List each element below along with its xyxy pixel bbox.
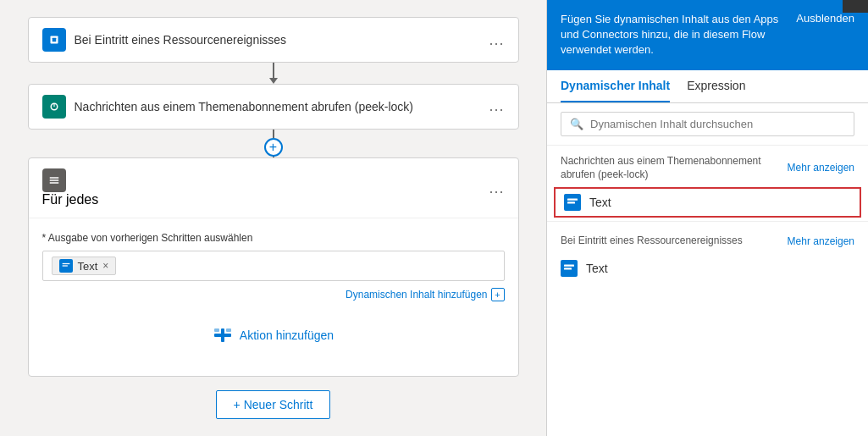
section1-title: Nachrichten aus einem Themenabonnement a… — [561, 154, 788, 183]
dynamic-item-text-highlighted[interactable]: Text — [554, 187, 861, 218]
add-action-button[interactable]: Aktion hinzufügen — [213, 325, 334, 345]
dynamic-plus-icon: + — [491, 288, 505, 301]
new-step-container: + Neuer Schritt — [216, 390, 331, 419]
svg-rect-14 — [567, 201, 575, 203]
card-resource-event: Bei Eintritt eines Ressourcenereignisses… — [28, 17, 519, 63]
svg-rect-16 — [564, 268, 572, 269]
svg-rect-7 — [62, 263, 69, 264]
plus-connector: + — [264, 130, 283, 157]
svg-rect-1 — [52, 38, 56, 42]
tag-input-field[interactable]: Text × — [42, 251, 505, 281]
dynamic-content-panel: Fügen Sie dynamischen Inhalt aus den App… — [546, 0, 868, 436]
foreach-title: Für jedes — [42, 192, 99, 207]
add-action-label: Aktion hinzufügen — [240, 328, 334, 342]
foreach-left: Für jedes — [42, 168, 99, 207]
svg-rect-11 — [214, 328, 219, 332]
card1-title: Bei Eintritt eines Ressourcenereignisses — [75, 33, 287, 47]
svg-rect-10 — [221, 328, 224, 342]
text-tag: Text × — [52, 257, 117, 275]
card2-icon — [42, 95, 66, 119]
svg-rect-8 — [62, 265, 67, 266]
foreach-body: * Ausgabe von vorherigen Schritten auswä… — [29, 218, 518, 376]
section2-header: Bei Eintritt eines Ressourcenereignisses… — [547, 225, 868, 253]
arrow-connector-1 — [269, 63, 278, 84]
card1-icon — [42, 28, 66, 52]
card2-dots[interactable]: ... — [489, 97, 504, 115]
action-placeholder: Aktion hinzufügen — [42, 308, 505, 362]
tab-dynamic-content[interactable]: Dynamischer Inhalt — [561, 70, 670, 102]
action-icon — [213, 325, 233, 345]
svg-rect-4 — [49, 177, 58, 179]
tag-close-btn[interactable]: × — [102, 260, 108, 272]
card1-left: Bei Eintritt eines Ressourcenereignisses — [42, 28, 287, 52]
panel-header-text: Fügen Sie dynamischen Inhalt aus den App… — [561, 12, 796, 58]
foreach-header: Für jedes ... — [29, 158, 518, 218]
search-icon: 🔍 — [570, 118, 583, 130]
section2-title: Bei Eintritt eines Ressourcenereignisses — [561, 234, 743, 248]
item-icon-1 — [564, 194, 581, 211]
card2-title: Nachrichten aus einem Themenabonnement a… — [75, 100, 414, 113]
tab-expression[interactable]: Expression — [687, 70, 745, 102]
card-topic-messages: Nachrichten aus einem Themenabonnement a… — [28, 84, 519, 130]
section-divider-1 — [547, 221, 868, 222]
section2-more-link[interactable]: Mehr anzeigen — [788, 235, 854, 247]
panel-header: Fügen Sie dynamischen Inhalt aus den App… — [547, 0, 868, 70]
card2-left: Nachrichten aus einem Themenabonnement a… — [42, 95, 414, 119]
foreach-card: Für jedes ... * Ausgabe von vorherigen S… — [28, 157, 519, 377]
search-box: 🔍 — [561, 112, 854, 136]
panel-search-area: 🔍 — [547, 103, 868, 146]
panel-hide-button[interactable]: Ausblenden — [796, 12, 854, 25]
svg-rect-12 — [226, 328, 231, 332]
svg-rect-6 — [49, 182, 58, 184]
foreach-icon — [42, 168, 66, 192]
item-label-text-1: Text — [589, 196, 611, 209]
tag-icon — [59, 259, 73, 273]
field-label: * Ausgabe von vorherigen Schritten auswä… — [42, 232, 505, 244]
item-label-text-2: Text — [586, 262, 608, 275]
panel-tabs: Dynamischer Inhalt Expression — [547, 70, 868, 103]
item-icon-2 — [561, 260, 578, 277]
search-input[interactable] — [590, 118, 845, 130]
section1-header: Nachrichten aus einem Themenabonnement a… — [547, 146, 868, 188]
foreach-dots[interactable]: ... — [489, 179, 504, 197]
add-step-button[interactable]: + — [264, 138, 283, 157]
dynamic-content-link[interactable]: Dynamischen Inhalt hinzufügen + — [42, 288, 505, 301]
new-step-button[interactable]: + Neuer Schritt — [216, 390, 331, 419]
section1-more-link[interactable]: Mehr anzeigen — [788, 162, 854, 174]
panel-body: Nachrichten aus einem Themenabonnement a… — [547, 146, 868, 436]
svg-rect-15 — [564, 264, 574, 266]
svg-rect-13 — [567, 199, 578, 201]
flow-canvas: Bei Eintritt eines Ressourcenereignisses… — [0, 0, 546, 436]
card1-dots[interactable]: ... — [489, 31, 504, 49]
svg-rect-5 — [49, 179, 58, 181]
tag-text: Text — [78, 260, 98, 273]
dynamic-item-text-2[interactable]: Text — [547, 253, 868, 284]
